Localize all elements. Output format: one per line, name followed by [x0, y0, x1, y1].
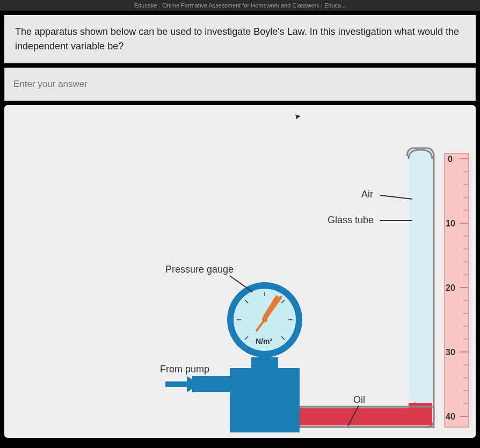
ruler-mark-30: 30	[446, 348, 455, 357]
svg-point-42	[262, 317, 267, 322]
label-oil: Oil	[353, 394, 365, 405]
ruler-mark-40: 40	[446, 412, 455, 421]
label-from-pump: From pump	[160, 364, 209, 374]
answer-input[interactable]	[4, 68, 476, 101]
pressure-gauge: N/m²	[227, 282, 302, 357]
glass-tube	[278, 148, 434, 427]
svg-line-47	[230, 276, 252, 292]
ruler-mark-20: 20	[446, 283, 455, 292]
svg-rect-26	[230, 368, 300, 432]
gauge-unit: N/m²	[256, 337, 272, 346]
apparatus-diagram: 0 10 20 30 40	[4, 105, 476, 438]
question-card: The apparatus shown below can be used to…	[4, 15, 476, 63]
label-pressure-gauge: Pressure gauge	[165, 264, 234, 275]
svg-rect-22	[409, 150, 432, 403]
svg-rect-24	[278, 408, 432, 425]
diagram-card: ➤	[4, 105, 476, 438]
svg-rect-28	[251, 357, 278, 373]
browser-tab-title: Educake - Online Formative Assessment fo…	[0, 0, 480, 11]
question-text: The apparatus shown below can be used to…	[15, 26, 459, 52]
answer-card	[4, 68, 476, 101]
label-air: Air	[361, 189, 373, 200]
svg-line-45	[380, 195, 412, 199]
ruler-mark-10: 10	[446, 219, 455, 228]
ruler: 0 10 20 30 40	[445, 153, 469, 427]
label-glass-tube: Glass tube	[328, 215, 374, 225]
ruler-mark-0: 0	[448, 155, 453, 164]
